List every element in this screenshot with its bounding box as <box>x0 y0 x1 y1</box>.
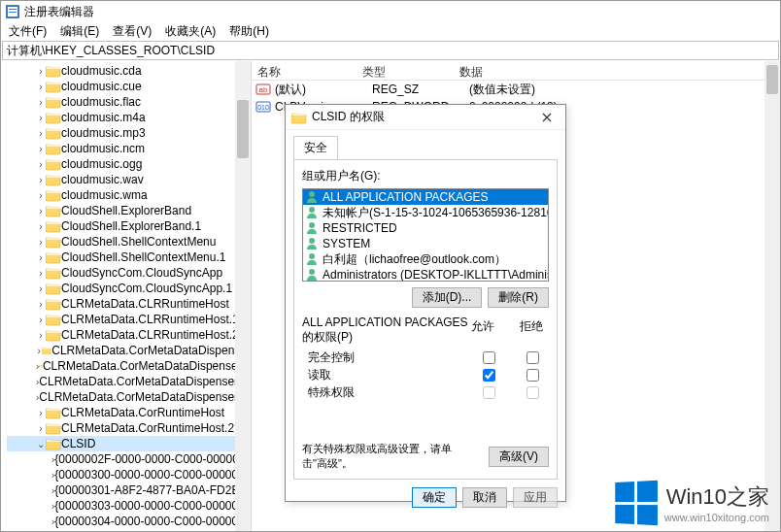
tab-security[interactable]: 安全 <box>293 136 338 159</box>
tree-item[interactable]: ›CLRMetaData.CLRRuntimeHost <box>7 296 251 312</box>
tree-scrollbar[interactable] <box>235 61 251 531</box>
tree-item[interactable]: ›CloudShell.ShellContextMenu.1 <box>7 249 251 265</box>
folder-icon <box>46 204 61 217</box>
tree-item[interactable]: ›CloudSyncCom.CloudSyncApp <box>7 265 251 281</box>
advanced-button[interactable]: 高级(V) <box>489 447 549 467</box>
user-row[interactable]: Administrators (DESKTOP-IKLLTTT\Administ… <box>303 267 548 282</box>
expand-icon[interactable]: › <box>36 423 46 434</box>
tree-item[interactable]: ›cloudmusic.flac <box>7 94 251 110</box>
cancel-button[interactable]: 取消 <box>462 487 507 508</box>
deny-checkbox[interactable] <box>526 369 539 382</box>
menu-view[interactable]: 查看(V) <box>113 23 152 40</box>
allow-checkbox[interactable] <box>483 386 495 399</box>
menu-help[interactable]: 帮助(H) <box>229 23 269 40</box>
str-icon <box>255 82 271 97</box>
value-row[interactable]: (默认)REG_SZ(数值未设置) <box>252 81 780 98</box>
tree-item[interactable]: ›cloudmusic.ogg <box>7 156 251 172</box>
folder-icon <box>46 266 61 280</box>
tree-item[interactable]: ›CLRMetaData.CorMetaDataDispenserRuntime <box>7 374 251 389</box>
tree-label: CloudSyncCom.CloudSyncApp <box>61 266 222 280</box>
user-icon <box>305 221 319 235</box>
expand-icon[interactable]: ⌄ <box>36 439 46 449</box>
ok-button[interactable]: 确定 <box>412 487 457 508</box>
tree-item[interactable]: ›CLRMetaData.CorMetaDataDispenserRuntime <box>7 389 251 405</box>
tree-item[interactable]: ›cloudmusic.mp3 <box>7 125 251 141</box>
expand-icon[interactable]: › <box>36 66 46 77</box>
allow-checkbox[interactable] <box>483 369 495 382</box>
expand-icon[interactable]: › <box>36 283 46 294</box>
user-row[interactable]: RESTRICTED <box>303 220 548 236</box>
tree-item[interactable]: ›CloudShell.ShellContextMenu <box>7 234 251 249</box>
user-row[interactable]: ALL APPLICATION PACKAGES <box>303 189 548 205</box>
tree-item[interactable]: ›CloudShell.ExplorerBand.1 <box>7 218 251 234</box>
tree-item[interactable]: ›CLRMetaData.CorMetaDataDispenser.2 <box>7 358 251 374</box>
tree-item[interactable]: ›cloudmusic.wav <box>7 172 251 187</box>
tree-item[interactable]: ›CLRMetaData.CLRRuntimeHost.1 <box>7 312 251 327</box>
folder-icon <box>46 188 61 202</box>
col-data[interactable]: 数据 <box>454 61 489 80</box>
expand-icon[interactable]: › <box>36 159 46 170</box>
tree-item[interactable]: ›cloudmusic.wma <box>7 187 251 203</box>
allow-checkbox[interactable] <box>483 351 495 364</box>
expand-icon[interactable]: › <box>36 97 46 108</box>
expand-icon[interactable]: › <box>36 330 46 341</box>
list-scrollbar[interactable] <box>764 61 780 531</box>
expand-icon[interactable]: › <box>36 268 46 279</box>
list-header[interactable]: 名称 类型 数据 <box>252 61 780 81</box>
expand-icon[interactable]: › <box>36 237 46 248</box>
tree-item[interactable]: ⌄CLSID <box>7 436 251 451</box>
tree-label: CloudShell.ShellContextMenu <box>61 235 216 249</box>
tree-pane[interactable]: ›cloudmusic.cda›cloudmusic.cue›cloudmusi… <box>1 61 252 531</box>
user-row[interactable]: SYSTEM <box>303 236 548 251</box>
tree-item[interactable]: ›CLRMetaData.CorRuntimeHost <box>7 405 251 420</box>
tree-label: CloudShell.ShellContextMenu.1 <box>61 250 225 264</box>
expand-icon[interactable]: › <box>36 252 46 263</box>
col-name[interactable]: 名称 <box>252 61 357 80</box>
menu-file[interactable]: 文件(F) <box>9 23 47 40</box>
tree-item[interactable]: ›{00000301-A8F2-4877-BA0A-FD2B6645FB94} <box>7 482 251 498</box>
menu-favorites[interactable]: 收藏夹(A) <box>165 23 216 40</box>
tree-item[interactable]: ›{00000303-0000-0000-C000-000000000046} <box>7 498 251 514</box>
tree-item[interactable]: ›CloudShell.ExplorerBand <box>7 203 251 218</box>
add-button[interactable]: 添加(D)... <box>412 287 483 308</box>
dialog-titlebar[interactable]: CLSID 的权限 <box>286 105 565 130</box>
expand-icon[interactable]: › <box>36 315 46 325</box>
expand-icon[interactable]: › <box>36 82 46 92</box>
watermark: Win10之家 www.win10xitong.com <box>614 482 769 524</box>
expand-icon[interactable]: › <box>36 221 46 232</box>
col-type[interactable]: 类型 <box>357 61 454 80</box>
user-list[interactable]: ALL APPLICATION PACKAGES未知帐户(S-1-15-3-10… <box>302 188 549 282</box>
user-row[interactable]: 未知帐户(S-1-15-3-1024-1065365936-1281604716… <box>303 205 548 220</box>
expand-icon[interactable]: › <box>36 113 46 123</box>
tree-item[interactable]: ›CLRMetaData.CorMetaDataDispenser <box>7 343 251 358</box>
menu-edit[interactable]: 编辑(E) <box>60 23 99 40</box>
tree-item[interactable]: ›CloudSyncCom.CloudSyncApp.1 <box>7 281 251 296</box>
close-button[interactable] <box>530 106 563 129</box>
tree-item[interactable]: ›CLRMetaData.CLRRuntimeHost.2 <box>7 327 251 343</box>
tree-item[interactable]: ›cloudmusic.ncm <box>7 141 251 156</box>
tree-item[interactable]: ›{0000002F-0000-0000-C000-000000000046} <box>7 451 251 467</box>
tree-item[interactable]: ›cloudmusic.cda <box>7 63 251 79</box>
expand-icon[interactable]: › <box>36 144 46 154</box>
deny-checkbox[interactable] <box>526 351 539 364</box>
folder-icon <box>46 406 61 419</box>
expand-icon[interactable]: › <box>36 190 46 201</box>
remove-button[interactable]: 删除(R) <box>488 287 549 308</box>
deny-checkbox[interactable] <box>526 386 539 399</box>
user-row[interactable]: 白利超（lichaofree@outlook.com） <box>303 251 548 267</box>
expand-icon[interactable]: › <box>36 299 46 310</box>
folder-icon <box>46 437 61 450</box>
tree-item[interactable]: ›cloudmusic.m4a <box>7 110 251 125</box>
address-bar[interactable]: 计算机\HKEY_CLASSES_ROOT\CLSID <box>2 41 779 60</box>
expand-icon[interactable]: › <box>36 206 46 216</box>
tree-item[interactable]: ›{00000304-0000-0000-C000-000000000046} <box>7 514 251 529</box>
expand-icon[interactable]: › <box>36 128 46 139</box>
expand-icon[interactable]: › <box>36 408 46 418</box>
tree-item[interactable]: ›{00000300-0000-0000-C000-000000000046} <box>7 467 251 482</box>
tree-item[interactable]: ›{00000305-0000-0000-C000-000000000046} <box>7 529 251 531</box>
tree-item[interactable]: ›cloudmusic.cue <box>7 79 251 94</box>
apply-button[interactable]: 应用 <box>513 487 558 508</box>
tree-item[interactable]: ›CLRMetaData.CorRuntimeHost.2 <box>7 420 251 436</box>
folder-icon <box>46 95 61 109</box>
expand-icon[interactable]: › <box>36 175 46 185</box>
